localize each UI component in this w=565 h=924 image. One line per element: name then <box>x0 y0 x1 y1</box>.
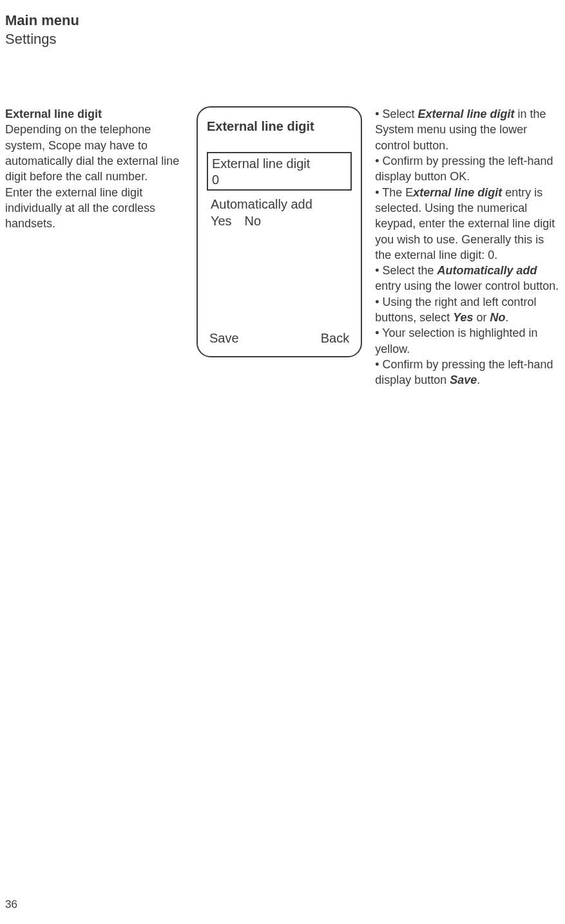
bullet-2: • Confirm by pressing the left-hand disp… <box>375 153 560 185</box>
bullet-4-pre: • Select the <box>375 264 437 277</box>
external-line-digit-field[interactable]: External line digit 0 <box>207 152 352 191</box>
header-title: Main menu <box>5 12 560 30</box>
bullet-1: • Select External line digit in the Syst… <box>375 106 560 153</box>
input-value: 0 <box>212 172 347 188</box>
left-column: External line digit Depending on the tel… <box>5 106 184 231</box>
bullet-1-emph: External line digit <box>418 108 515 120</box>
back-softkey[interactable]: Back <box>321 331 349 346</box>
save-softkey[interactable]: Save <box>209 331 239 346</box>
center-column: External line digit External line digit … <box>196 106 362 357</box>
left-paragraph-2: Enter the external line digit individual… <box>5 185 184 232</box>
auto-add-options: YesNo <box>211 212 352 229</box>
page-number: 36 <box>5 898 17 911</box>
input-label: External line digit <box>212 156 347 172</box>
automatically-add-field[interactable]: Automatically add YesNo <box>207 196 352 229</box>
bullet-7-post: . <box>477 373 480 386</box>
right-column: • Select External line digit in the Syst… <box>375 106 560 388</box>
bullet-5-or: or <box>474 311 490 324</box>
bullet-5-yes: Yes <box>453 311 473 324</box>
bullet-3-pre: • The E <box>375 186 413 199</box>
bullet-5-no: No <box>490 311 506 324</box>
left-heading: External line digit <box>5 106 184 122</box>
bullet-7-emph: Save <box>450 373 477 386</box>
option-yes[interactable]: Yes <box>211 214 232 228</box>
left-paragraph-1: Depending on the telephone system, Scope… <box>5 122 184 184</box>
content-row: External line digit Depending on the tel… <box>5 106 560 388</box>
bullet-4: • Select the Automatically add entry usi… <box>375 263 560 294</box>
option-no[interactable]: No <box>245 214 262 228</box>
phone-screen: External line digit External line digit … <box>196 106 362 357</box>
bullet-5-post: . <box>506 311 509 324</box>
header-subtitle: Settings <box>5 30 560 49</box>
bullet-6: • Your selection is highlighted in yello… <box>375 325 560 357</box>
softkey-row: Save Back <box>207 331 352 347</box>
page-header: Main menu Settings <box>5 12 560 48</box>
auto-add-label: Automatically add <box>211 196 352 212</box>
screen-title: External line digit <box>207 119 352 134</box>
bullet-3: • The External line digit entry is selec… <box>375 185 560 263</box>
bullet-3-emph: xternal line digit <box>413 186 502 199</box>
bullet-4-post: entry using the lower control button. <box>375 279 559 292</box>
bullet-1-pre: • Select <box>375 108 417 120</box>
bullet-7: • Confirm by pressing the left-hand disp… <box>375 357 560 388</box>
bullet-4-emph: Automatically add <box>437 264 537 277</box>
bullet-5: • Using the right and left control butto… <box>375 294 560 326</box>
